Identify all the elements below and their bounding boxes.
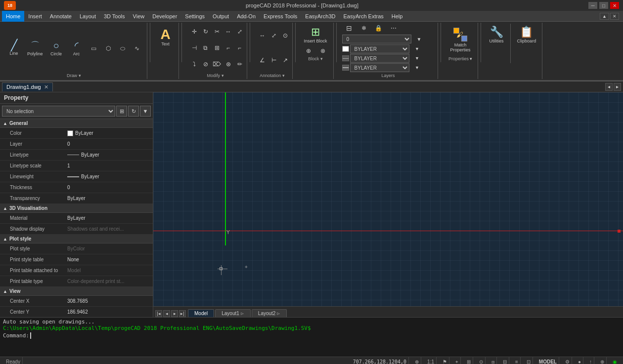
tab-nav-prev[interactable]: ◂	[163, 310, 170, 317]
menu-developer[interactable]: Developer	[148, 11, 181, 22]
prop-value-shadow[interactable]: Shadows cast and recei...	[64, 226, 153, 232]
draw-rect-button[interactable]: ▭	[87, 44, 101, 52]
ann-btn-3[interactable]: ⊙	[278, 31, 292, 40]
properties-group-expand[interactable]: ▾	[470, 56, 472, 61]
linetype-dropdown-arrow[interactable]: ▼	[410, 55, 424, 61]
layer-lock-button[interactable]: 🔒	[372, 24, 386, 32]
linetype-bylayer-dropdown[interactable]: BYLAYER	[350, 54, 409, 63]
layer-dropdown-arrow[interactable]: ▼	[412, 36, 426, 42]
status-icon-5[interactable]: ⊙	[477, 357, 486, 364]
layer-properties-button[interactable]: ⊟	[342, 24, 356, 33]
clipboard-button[interactable]: 📋 Clipboard	[514, 24, 539, 63]
modify-btn-15[interactable]: ✏	[233, 60, 247, 69]
prop-btn-3[interactable]: ▼	[140, 106, 151, 117]
lineweight-dropdown-arrow[interactable]: ▼	[410, 65, 424, 71]
prop-value-center-x[interactable]: 308.7685	[64, 298, 153, 304]
menu-easyarch3d[interactable]: EasyArch3D	[301, 11, 339, 22]
section-3dvis-header[interactable]: ▲ 3D Visualisation	[0, 204, 153, 213]
circle-button[interactable]: ○ Circle	[46, 38, 66, 58]
status-icon-9[interactable]: ⊡	[525, 357, 533, 364]
tab-nav-first[interactable]: |◂	[155, 310, 162, 317]
menu-home[interactable]: Home	[2, 11, 24, 22]
color-dropdown-arrow[interactable]: ▼	[410, 46, 424, 52]
drawing-area[interactable]: Y + |◂ ◂ ▸ ▸| Model Layout1 ⊳ Layout2 ⊳	[153, 92, 623, 317]
layer-more-button[interactable]: ⋯	[387, 24, 400, 32]
menu-addon[interactable]: Add-On	[233, 11, 260, 22]
prop-value-lineweight[interactable]: ByLayer	[64, 174, 153, 179]
minimize-button[interactable]: ─	[588, 2, 597, 9]
tab-model[interactable]: Model	[188, 309, 214, 317]
menu-easyarchextras[interactable]: EasyArch Extras	[339, 11, 387, 22]
polyline-button[interactable]: ⌒ Polyline	[24, 38, 46, 58]
block-btn-1[interactable]: ⊕	[302, 46, 315, 55]
tab-layout2[interactable]: Layout2 ⊳	[252, 309, 287, 317]
status-icon-11[interactable]: ●	[576, 357, 583, 364]
status-icon-2[interactable]: ⚑	[441, 357, 449, 364]
status-icon-14[interactable]: ◉	[611, 357, 619, 364]
menu-insert[interactable]: Insert	[24, 11, 46, 22]
line-button[interactable]: ╱ Line	[4, 38, 24, 58]
menu-annotate[interactable]: Annotate	[46, 11, 76, 22]
maximize-button[interactable]: □	[599, 2, 608, 9]
status-icon-1[interactable]: ⊕	[413, 357, 421, 364]
prop-btn-2[interactable]: ↻	[128, 106, 139, 117]
block-btn-2[interactable]: ⊗	[316, 46, 330, 55]
draw-ellipse-button[interactable]: ⬭	[116, 44, 130, 52]
layer-dropdown[interactable]: 0	[342, 35, 411, 43]
status-scale[interactable]: 1:1	[425, 357, 437, 364]
prop-value-transparency[interactable]: ByLayer	[64, 196, 153, 201]
modify-btn-10[interactable]: ⌐	[233, 43, 247, 52]
menu-3dtools[interactable]: 3D Tools	[100, 11, 129, 22]
text-button[interactable]: A Text	[156, 24, 176, 50]
tab-nav-next[interactable]: ▸	[171, 310, 178, 317]
drawing-tab-active[interactable]: Drawing1.dwg ✕	[2, 82, 53, 91]
ann-btn-6[interactable]: ↗	[278, 56, 292, 65]
insert-block-button[interactable]: ⊞ Insert Block	[301, 24, 330, 45]
close-button[interactable]: ✕	[610, 2, 619, 9]
status-icon-4[interactable]: ⊞	[465, 357, 473, 364]
status-icon-12[interactable]: ↑	[587, 357, 594, 364]
prop-value-layer[interactable]: 0	[64, 141, 153, 147]
prop-value-print-table-attached[interactable]: Model	[64, 268, 153, 273]
menu-expresstools[interactable]: Express Tools	[260, 11, 301, 22]
arc-button[interactable]: ◜ Arc	[67, 38, 87, 58]
selection-dropdown[interactable]: No selection	[2, 106, 115, 117]
tab-nav-last[interactable]: ▸|	[179, 310, 186, 317]
status-icon-6[interactable]: ⧆	[490, 357, 497, 364]
tab-layout1[interactable]: Layout1 ⊳	[215, 309, 251, 317]
panel-prev-button[interactable]: ◂	[605, 83, 613, 91]
menu-help[interactable]: Help	[388, 11, 407, 22]
menu-layout[interactable]: Layout	[76, 11, 100, 22]
prop-value-print-style-table[interactable]: None	[64, 257, 153, 262]
prop-value-print-table-type[interactable]: Color-dependent print st...	[64, 279, 153, 284]
menu-output[interactable]: Output	[209, 11, 233, 22]
lineweight-bylayer-dropdown[interactable]: BYLAYER	[350, 63, 409, 72]
drawing-tab-close[interactable]: ✕	[44, 84, 48, 90]
prop-value-color[interactable]: ByLayer	[64, 130, 153, 136]
status-icon-13[interactable]: ⊕	[598, 357, 607, 364]
prop-btn-1[interactable]: ⊞	[116, 106, 127, 117]
menu-view[interactable]: View	[129, 11, 149, 22]
ribbon-close-button[interactable]: ✕	[610, 13, 619, 20]
section-plotstyle-header[interactable]: ▲ Plot style	[0, 235, 153, 243]
status-model[interactable]: MODEL	[537, 357, 559, 364]
draw-spline-button[interactable]: ∿	[130, 44, 144, 52]
color-bylayer-dropdown[interactable]: BYLAYER	[350, 44, 409, 53]
utilities-button[interactable]: 🔧 Utilities	[487, 24, 507, 63]
layer-freeze-button[interactable]: ❄	[357, 24, 371, 32]
status-icon-8[interactable]: ≡	[513, 357, 521, 364]
panel-next-button[interactable]: ▸	[614, 83, 621, 91]
status-icon-10[interactable]: ⚙	[563, 357, 572, 364]
menu-settings[interactable]: Settings	[181, 11, 209, 22]
ribbon-minimize-button[interactable]: ▲	[600, 13, 609, 20]
match-properties-button[interactable]: 🖌 MatchProperties	[446, 24, 475, 55]
prop-value-linetype-scale[interactable]: 1	[64, 163, 153, 168]
prop-value-center-y[interactable]: 186.9462	[64, 309, 153, 315]
prop-value-thickness[interactable]: 0	[64, 185, 153, 190]
modify-btn-5[interactable]: ⤢	[233, 27, 247, 36]
draw-poly-button[interactable]: ⬡	[101, 44, 115, 52]
status-icon-7[interactable]: ⊟	[501, 357, 509, 364]
section-view-header[interactable]: ▲ View	[0, 287, 153, 296]
prop-value-linetype[interactable]: ByLayer	[64, 152, 153, 158]
prop-value-plotstyle[interactable]: ByColor	[64, 246, 153, 251]
